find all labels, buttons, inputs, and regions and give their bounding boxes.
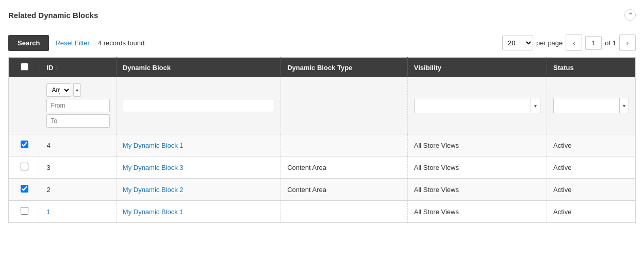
row-checkbox-cell — [9, 179, 40, 201]
row-type-cell: Content Area — [281, 179, 408, 201]
table-header-row: ID ↕ Dynamic Block Dynamic Block Type Vi… — [9, 58, 636, 78]
prev-page-button[interactable]: ‹ — [566, 34, 582, 51]
records-found: 4 records found — [98, 39, 144, 47]
col-header-id: ID ↕ — [40, 58, 116, 78]
page-title: Related Dynamic Blocks — [8, 11, 98, 20]
row-status-cell: Active — [547, 134, 636, 156]
visibility-filter-select[interactable] — [415, 99, 531, 112]
col-vis-label: Visibility — [414, 64, 441, 72]
filter-cell-id: Any ▾ — [40, 77, 116, 134]
filter-cell-block — [116, 77, 280, 134]
select-all-checkbox[interactable] — [21, 63, 28, 71]
block-filter-input[interactable] — [123, 99, 274, 112]
row-block-link[interactable]: My Dynamic Block 3 — [123, 164, 184, 171]
row-id-cell: 1 — [40, 201, 116, 223]
filter-cell-checkbox — [9, 77, 40, 134]
col-header-visibility: Visibility — [407, 58, 547, 78]
data-table: ID ↕ Dynamic Block Dynamic Block Type Vi… — [8, 57, 636, 223]
page-container: Related Dynamic Blocks ⌃ Search Reset Fi… — [0, 0, 644, 228]
col-block-label: Dynamic Block — [123, 64, 171, 72]
row-checkbox[interactable] — [21, 185, 28, 193]
row-status-cell: Active — [547, 179, 636, 201]
row-checkbox[interactable] — [21, 163, 28, 170]
row-block-cell: My Dynamic Block 2 — [116, 179, 280, 201]
row-block-link[interactable]: My Dynamic Block 1 — [123, 142, 184, 149]
row-checkbox-cell — [9, 134, 40, 156]
pagination-area: 20 30 50 100 200 per page ‹ 1 of 1 › — [502, 34, 636, 51]
search-button[interactable]: Search — [8, 35, 49, 51]
row-type-cell — [281, 201, 408, 223]
per-page-dropdown[interactable]: 20 30 50 100 200 — [502, 36, 533, 50]
row-id-link[interactable]: 1 — [46, 208, 50, 216]
table-row: 2My Dynamic Block 2Content AreaAll Store… — [9, 179, 636, 201]
row-block-link[interactable]: My Dynamic Block 2 — [123, 186, 184, 194]
row-block-cell: My Dynamic Block 1 — [116, 201, 280, 223]
toolbar: Search Reset Filter 4 records found 20 3… — [8, 34, 636, 51]
row-type-cell — [281, 134, 408, 156]
filter-cell-status: ▾ — [547, 77, 636, 134]
table-row: 1My Dynamic Block 1All Store ViewsActive — [9, 201, 636, 223]
sort-icon[interactable]: ↕ — [55, 64, 58, 71]
row-status-cell: Active — [547, 201, 636, 223]
id-to-input[interactable] — [46, 114, 109, 128]
row-visibility-cell: All Store Views — [407, 134, 547, 156]
total-pages: of 1 — [605, 39, 616, 47]
row-checkbox[interactable] — [21, 141, 28, 148]
row-visibility-cell: All Store Views — [407, 156, 547, 179]
per-page-label: per page — [536, 39, 563, 47]
row-type-cell: Content Area — [281, 156, 408, 179]
table-row: 4My Dynamic Block 1All Store ViewsActive — [9, 134, 636, 156]
row-visibility-cell: All Store Views — [407, 179, 547, 201]
id-filter-select[interactable]: Any — [46, 83, 71, 97]
table-row: 3My Dynamic Block 3Content AreaAll Store… — [9, 156, 636, 179]
row-block-link[interactable]: My Dynamic Block 1 — [123, 208, 184, 216]
row-block-cell: My Dynamic Block 3 — [116, 156, 280, 179]
status-filter-arrow[interactable]: ▾ — [619, 98, 629, 113]
row-checkbox[interactable] — [21, 207, 28, 215]
col-status-label: Status — [553, 64, 574, 72]
filter-row: Any ▾ ▾ — [9, 77, 636, 134]
current-page: 1 — [585, 36, 602, 50]
reset-filter-button[interactable]: Reset Filter — [55, 39, 89, 47]
per-page-select: 20 30 50 100 200 — [502, 36, 533, 50]
col-header-block: Dynamic Block — [116, 58, 280, 78]
status-filter-select[interactable] — [554, 99, 619, 112]
row-id-cell: 3 — [40, 156, 116, 179]
col-header-type: Dynamic Block Type — [281, 58, 408, 78]
row-checkbox-cell — [9, 201, 40, 223]
id-from-input[interactable] — [46, 99, 109, 112]
collapse-icon[interactable]: ⌃ — [624, 9, 636, 21]
col-type-label: Dynamic Block Type — [287, 64, 352, 72]
row-checkbox-cell — [9, 156, 40, 179]
page-header: Related Dynamic Blocks ⌃ — [8, 5, 636, 26]
filter-cell-type — [281, 77, 408, 134]
row-status-cell: Active — [547, 156, 636, 179]
filter-cell-visibility: ▾ — [407, 77, 547, 134]
row-block-cell: My Dynamic Block 1 — [116, 134, 280, 156]
next-page-button[interactable]: › — [619, 34, 636, 51]
col-header-status: Status — [547, 58, 636, 78]
row-id-cell: 2 — [40, 179, 116, 201]
visibility-filter-arrow[interactable]: ▾ — [531, 98, 540, 113]
col-id-label: ID — [46, 64, 53, 72]
row-id-cell: 4 — [40, 134, 116, 156]
id-filter-arrow[interactable]: ▾ — [73, 83, 81, 97]
row-visibility-cell: All Store Views — [407, 201, 547, 223]
col-header-checkbox — [9, 58, 40, 78]
